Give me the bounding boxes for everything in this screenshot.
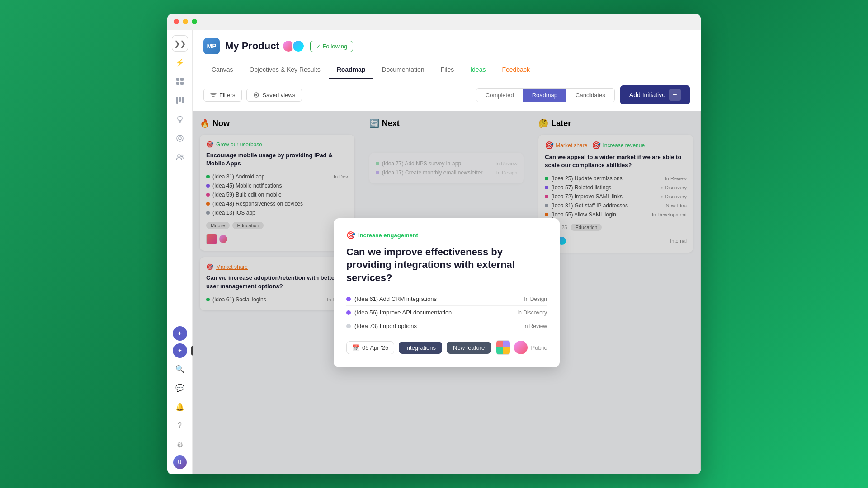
modal-tag-new-feature[interactable]: New feature [447, 342, 491, 354]
modal-visibility-label: Public [531, 344, 547, 351]
columns-area: 🔥 Now 🎯 Grow our userbase Encourage mobi… [193, 111, 701, 474]
modal-idea-dot [346, 297, 351, 301]
modal-footer-left: 📅 05 Apr '25 Integrations New feature [346, 341, 491, 354]
filters-button[interactable]: Filters [203, 89, 242, 102]
following-button[interactable]: ✓ Following [310, 41, 354, 52]
app-body: ❯❯ ⚡ + ✦ Ask CoPilot 🔍 [167, 30, 701, 474]
svg-point-8 [177, 135, 183, 141]
add-button[interactable]: + [173, 326, 187, 341]
copilot-button[interactable]: ✦ [173, 343, 187, 358]
color-quad-1 [496, 341, 503, 347]
saved-views-label: Saved views [262, 92, 295, 99]
modal-color-block [496, 340, 510, 355]
completed-view-button[interactable]: Completed [476, 89, 523, 102]
svg-rect-6 [182, 97, 184, 103]
sidebar-item-dashboard[interactable]: ⚡ [172, 54, 188, 70]
modal-idea-status: In Discovery [517, 310, 547, 316]
svg-point-9 [179, 137, 181, 140]
add-initiative-label: Add Initiative [629, 91, 665, 99]
modal-objective: 🎯 Increase engagement [346, 231, 547, 239]
svg-point-7 [178, 116, 182, 121]
app-header: MP My Product ✓ Following Canvas Objecti… [193, 30, 701, 79]
modal-tag-integrations[interactable]: Integrations [399, 342, 442, 354]
help-button[interactable]: ? [172, 418, 188, 434]
modal-idea-status: In Design [524, 296, 547, 302]
modal-date-button[interactable]: 📅 05 Apr '25 [346, 341, 394, 354]
toolbar: Filters Saved views Completed Roadmap Ca… [193, 79, 701, 111]
modal-idea-left: (Idea 61) Add CRM integrations [346, 296, 437, 302]
modal-overlay: 🎯 Increase engagement Can we improve eff… [193, 111, 701, 474]
svg-point-13 [255, 94, 257, 96]
add-initiative-button[interactable]: Add Initiative + [620, 85, 690, 104]
modal-date-label: 05 Apr '25 [362, 344, 388, 351]
nav-tabs: Canvas Objectives & Key Results Roadmap … [203, 61, 690, 79]
notifications-button[interactable]: 🔔 [172, 399, 188, 415]
product-name: My Product [225, 40, 279, 52]
saved-views-button[interactable]: Saved views [246, 89, 302, 102]
sidebar: ❯❯ ⚡ + ✦ Ask CoPilot 🔍 [167, 30, 193, 474]
tab-files[interactable]: Files [433, 61, 462, 79]
tab-roadmap[interactable]: Roadmap [329, 61, 374, 79]
svg-rect-4 [176, 97, 178, 104]
modal-idea-dot [346, 324, 351, 328]
avatar-2 [292, 40, 305, 52]
initiative-modal[interactable]: 🎯 Increase engagement Can we improve eff… [334, 218, 560, 368]
modal-title: Can we improve effectiveness by providin… [346, 246, 547, 285]
modal-idea-text: (Idea 56) Improve API documentation [354, 309, 452, 316]
svg-rect-0 [176, 78, 179, 81]
modal-idea-left: (Idea 73) Import options [346, 323, 417, 329]
modal-obj-link[interactable]: Increase engagement [358, 232, 418, 239]
tab-okr[interactable]: Objectives & Key Results [241, 61, 328, 79]
svg-rect-5 [179, 97, 181, 102]
modal-user-avatar [514, 341, 528, 354]
product-title-row: MP My Product ✓ Following [203, 38, 690, 54]
modal-idea-row-2: (Idea 56) Improve API documentation In D… [346, 306, 547, 319]
tab-canvas[interactable]: Canvas [203, 61, 241, 79]
modal-ideas-list: (Idea 61) Add CRM integrations In Design… [346, 292, 547, 333]
color-quad-2 [503, 341, 510, 347]
svg-rect-1 [180, 78, 184, 81]
modal-obj-icon: 🎯 [346, 231, 355, 239]
copilot-area: ✦ Ask CoPilot [173, 343, 187, 358]
sidebar-item-features[interactable] [172, 73, 188, 89]
search-button[interactable]: 🔍 [172, 361, 188, 377]
modal-idea-row-3: (Idea 73) Import options In Review [346, 319, 547, 333]
tab-documentation[interactable]: Documentation [373, 61, 432, 79]
modal-idea-text: (Idea 73) Import options [354, 323, 417, 329]
modal-idea-dot [346, 310, 351, 315]
toolbar-left: Filters Saved views [203, 89, 471, 102]
modal-idea-text: (Idea 61) Add CRM integrations [354, 296, 437, 302]
modal-idea-row-1: (Idea 61) Add CRM integrations In Design [346, 292, 547, 306]
sidebar-item-feedback[interactable] [172, 130, 188, 146]
tab-ideas[interactable]: Ideas [462, 61, 494, 79]
candidates-view-button[interactable]: Candidates [566, 89, 614, 102]
color-quad-3 [496, 347, 503, 354]
browser-window: ❯❯ ⚡ + ✦ Ask CoPilot 🔍 [167, 14, 701, 474]
user-avatar[interactable]: U [173, 455, 187, 469]
user-avatars [285, 40, 305, 52]
filters-label: Filters [219, 92, 235, 99]
product-avatar: MP [203, 38, 220, 54]
date-icon: 📅 [352, 344, 359, 351]
roadmap-view-button[interactable]: Roadmap [523, 89, 566, 102]
modal-footer: 📅 05 Apr '25 Integrations New feature [346, 340, 547, 355]
add-initiative-plus-icon: + [669, 89, 681, 101]
sidebar-item-ideas[interactable] [172, 111, 188, 127]
svg-rect-3 [180, 82, 184, 85]
main-content: MP My Product ✓ Following Canvas Objecti… [193, 30, 701, 474]
traffic-light-close[interactable] [174, 19, 179, 24]
traffic-light-maximize[interactable] [192, 19, 197, 24]
sidebar-expand-button[interactable]: ❯❯ [172, 35, 188, 52]
modal-idea-left: (Idea 56) Improve API documentation [346, 309, 452, 316]
chat-button[interactable]: 💬 [172, 380, 188, 396]
modal-idea-status: In Review [523, 323, 547, 329]
sidebar-item-board[interactable] [172, 92, 188, 108]
tab-feedback[interactable]: Feedback [494, 61, 538, 79]
sidebar-item-users[interactable] [172, 149, 188, 165]
settings-button[interactable]: ⚙ [172, 436, 188, 453]
view-toggle: Completed Roadmap Candidates [476, 88, 615, 102]
svg-rect-2 [176, 82, 179, 85]
color-quad-4 [503, 347, 510, 354]
traffic-light-minimize[interactable] [183, 19, 188, 24]
svg-point-11 [181, 155, 183, 157]
